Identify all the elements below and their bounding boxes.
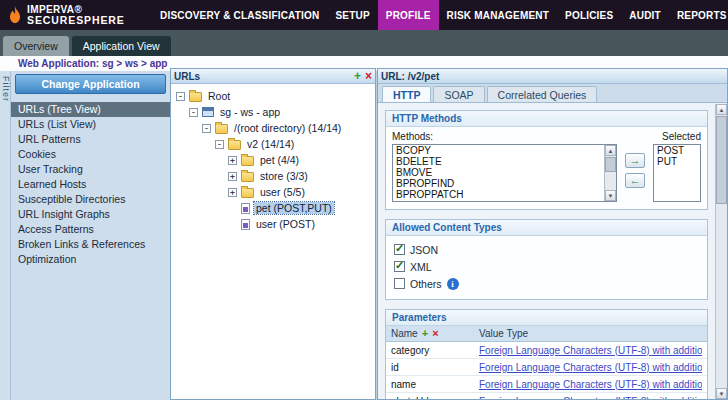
available-methods-listbox[interactable]: BCOPY BDELETE BMOVE BPROPFIND BPROPPATCH… [392,144,617,202]
folder-icon [241,172,254,182]
tab-correlated-queries[interactable]: Correlated Queries [487,86,598,102]
sidebar-item-user-tracking[interactable]: User Tracking [11,162,170,177]
scroll-up-icon[interactable]: ▲ [716,104,727,115]
xml-label: XML [410,261,432,273]
tab-overview[interactable]: Overview [3,36,69,56]
move-left-button[interactable]: ← [625,173,645,188]
collapse-icon[interactable]: - [189,108,198,117]
url-page-icon [241,219,250,230]
parameters-table: Name + × Value Type category Foreign Lan… [386,326,707,399]
json-checkbox[interactable]: ✓ [394,244,405,255]
tree-node-user-folder[interactable]: + user (5/5) [173,184,373,200]
method-option[interactable]: BMOVE [393,167,603,178]
content-type-row-others: ✓ Others i [394,275,699,292]
add-url-icon[interactable]: + [354,70,361,82]
scroll-up-icon[interactable]: ▲ [605,145,616,156]
tree-node-store-folder[interactable]: + store (3/3) [173,168,373,184]
url-page-icon [241,203,250,214]
scroll-down-icon[interactable]: ▼ [716,388,727,399]
expand-icon[interactable]: + [228,172,237,181]
parameters-table-header: Name + × Value Type [386,326,707,342]
tree-node-label[interactable]: user (5/5) [258,186,307,198]
top-menu: DISCOVERY & CLASSIFICATION SETUP PROFILE… [152,0,728,30]
expand-icon[interactable]: + [228,156,237,165]
method-option[interactable]: BDELETE [393,156,603,167]
sidebar-item-access-patterns[interactable]: Access Patterns [11,222,170,237]
others-checkbox[interactable]: ✓ [394,278,405,289]
filter-tab-label[interactable]: Filter [1,76,11,102]
tab-http[interactable]: HTTP [382,86,431,102]
collapse-icon[interactable]: - [215,140,224,149]
tree-node-label[interactable]: user (POST) [254,218,317,230]
parameters-section: Parameters Name + × Value Type category … [385,309,708,399]
expand-icon[interactable]: + [228,188,237,197]
info-icon[interactable]: i [447,278,459,290]
tree-node-label[interactable]: store (3/3) [258,170,310,182]
scrollbar-thumb[interactable] [605,157,616,172]
tree-node-root-directory[interactable]: - /(root directory) (14/14) [173,120,373,136]
method-option[interactable]: BPROPFIND [393,178,603,189]
selected-method-option[interactable]: POST [654,145,700,156]
nav-setup[interactable]: SETUP [327,0,377,30]
delete-url-icon[interactable]: × [365,70,372,82]
tree-node-label[interactable]: /(root directory) (14/14) [232,122,343,134]
name-column-label: Name [391,328,418,339]
collapse-icon[interactable]: - [176,92,185,101]
scrollbar-thumb[interactable] [716,116,727,204]
nav-profile[interactable]: PROFILE [378,0,439,30]
sidebar-item-url-insight-graphs[interactable]: URL Insight Graphs [11,207,170,222]
sidebar-item-broken-links[interactable]: Broken Links & References [11,237,170,252]
brand-line2: SECURESPHERE [27,15,125,27]
sidebar-item-cookies[interactable]: Cookies [11,147,170,162]
method-option[interactable]: BPROPPATCH [393,189,603,200]
sidebar-item-optimization[interactable]: Optimization [11,252,170,267]
detail-tabs: HTTP SOAP Correlated Queries [378,84,727,103]
xml-checkbox[interactable]: ✓ [394,261,405,272]
parameter-value-type-link[interactable]: Foreign Language Characters (UTF-8) with… [479,379,702,390]
json-label: JSON [410,244,438,256]
selected-methods-listbox[interactable]: POST PUT [653,144,701,202]
sidebar-item-urls-list-view[interactable]: URLs (List View) [11,117,170,132]
filter-strip[interactable]: Filter [0,71,11,400]
change-application-button[interactable]: Change Application [15,74,166,94]
tree-node-root[interactable]: - Root [173,88,373,104]
selected-method-option[interactable]: PUT [654,156,700,167]
tree-node-pet-url[interactable]: pet (POST,PUT) [173,200,373,216]
content-types-body: ✓ JSON ✓ XML ✓ Others i [386,236,707,299]
method-option[interactable]: BCOPY [393,145,603,156]
tab-soap[interactable]: SOAP [433,86,484,102]
tree-node-label[interactable]: pet (POST,PUT) [254,202,334,214]
move-right-button[interactable]: → [625,153,645,168]
tree-node-pet-folder[interactable]: + pet (4/4) [173,152,373,168]
parameter-value-type-link[interactable]: Foreign Language Characters (UTF-8) with… [479,345,702,356]
tree-node-label[interactable]: Root [206,90,232,102]
tree-node-user-url[interactable]: user (POST) [173,216,373,232]
sidebar-item-learned-hosts[interactable]: Learned Hosts [11,177,170,192]
delete-parameter-icon[interactable]: × [432,328,438,339]
tab-application-view[interactable]: Application View [72,36,171,56]
checkmark-icon: ✓ [395,242,404,255]
parameter-value-type-link[interactable]: Foreign Language Characters (UTF-8) with… [479,362,702,373]
tree-node-webservice[interactable]: - sg - ws - app [173,104,373,120]
nav-reports[interactable]: REPORTS [669,0,728,30]
nav-discovery-classification[interactable]: DISCOVERY & CLASSIFICATION [152,0,327,30]
sidebar-item-susceptible-directories[interactable]: Susceptible Directories [11,192,170,207]
nav-audit[interactable]: AUDIT [621,0,669,30]
nav-policies[interactable]: POLICIES [557,0,621,30]
collapse-icon[interactable]: - [202,124,211,133]
tree-node-v2[interactable]: - v2 (14/14) [173,136,373,152]
tree-node-label[interactable]: v2 (14/14) [245,138,296,150]
detail-scrollbar[interactable]: ▲ ▼ [715,104,727,399]
tree-node-label[interactable]: pet (4/4) [258,154,301,166]
sidebar-item-urls-tree-view[interactable]: URLs (Tree View) [11,102,170,117]
detail-panel-header: URL: /v2/pet [378,69,727,84]
folder-icon [215,124,228,134]
tree-node-label[interactable]: sg - ws - app [218,106,282,118]
nav-risk-management[interactable]: RISK MANAGEMENT [439,0,557,30]
add-parameter-icon[interactable]: + [422,328,428,339]
sidebar-item-url-patterns[interactable]: URL Patterns [11,132,170,147]
parameter-value-type-link[interactable]: Foreign Language Characters (UTF-8) with… [479,396,702,400]
methods-label: Methods: [392,131,662,142]
scroll-down-icon[interactable]: ▼ [605,190,616,201]
methods-scrollbar[interactable]: ▲ ▼ [604,145,616,201]
